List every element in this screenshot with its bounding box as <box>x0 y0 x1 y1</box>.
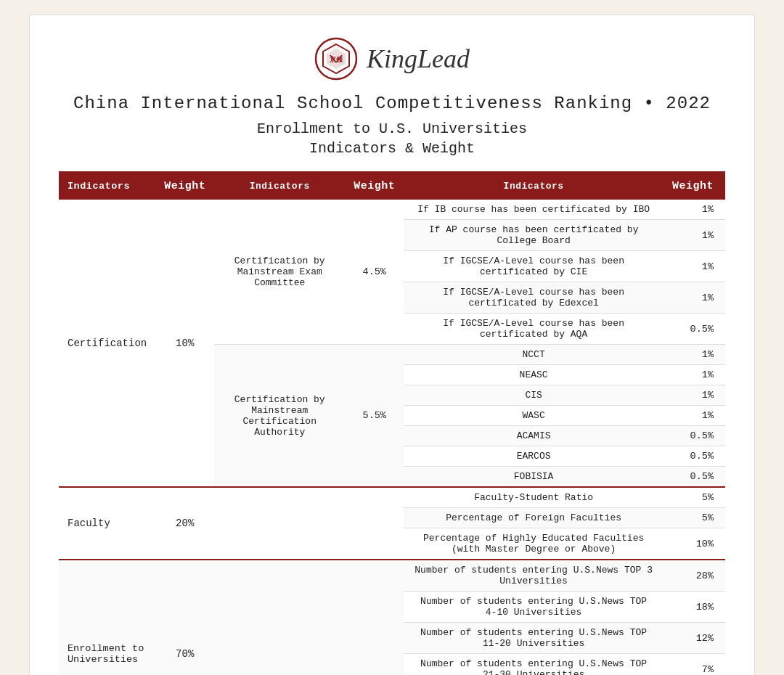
detail-weight-wasc: 1% <box>663 406 725 426</box>
detail-top3: Number of students entering U.S.News TOP… <box>404 560 663 592</box>
sub-weight-enrollment <box>345 560 404 675</box>
detail-igcse-aqa: If IGCSE/A-Level course has been certifi… <box>404 314 663 345</box>
main-weight-enrollment: 70% <box>155 560 214 675</box>
logo-area: 京领 KingLead <box>59 37 725 81</box>
header-indicators-3: Indicators <box>404 173 663 200</box>
detail-acamis: ACAMIS <box>404 426 663 446</box>
detail-weight-top3: 28% <box>663 560 725 592</box>
sub-indicator-cert-authority: Certification by Mainstream Certificatio… <box>214 345 345 488</box>
sub-indicator-faculty <box>214 487 345 560</box>
detail-weight-ncct: 1% <box>663 345 725 365</box>
main-indicator-faculty: Faculty <box>59 487 155 560</box>
detail-weight-fobisia: 0.5% <box>663 467 725 488</box>
detail-weight-top21-30: 7% <box>663 654 725 676</box>
detail-weight-cis: 1% <box>663 385 725 406</box>
table-row: Enrollment to Universities 70% Number of… <box>59 560 725 592</box>
detail-ncct: NCCT <box>404 345 663 365</box>
detail-ib: If IB course has been certificated by IB… <box>404 200 663 220</box>
sub-weight-faculty <box>345 487 404 560</box>
header-indicators-2: Indicators <box>214 173 345 200</box>
table-body: Certification 10% Certification by Mains… <box>59 200 725 675</box>
detail-weight-neasc: 1% <box>663 365 725 385</box>
detail-weight-top4-10: 18% <box>663 592 725 623</box>
detail-faculty-ratio: Faculty-Student Ratio <box>404 487 663 508</box>
sub-indicator-enrollment <box>214 560 345 675</box>
table-row: Faculty 20% Faculty-Student Ratio 5% <box>59 487 725 508</box>
detail-weight-ib: 1% <box>663 200 725 220</box>
header-weight-1: Weight <box>155 173 214 200</box>
sub-title-2: Indicators & Weight <box>59 140 725 157</box>
header-indicators-1: Indicators <box>59 173 155 200</box>
detail-cis: CIS <box>404 385 663 406</box>
detail-igcse-cie: If IGCSE/A-Level course has been certifi… <box>404 251 663 282</box>
logo-text: KingLead <box>367 44 470 74</box>
detail-neasc: NEASC <box>404 365 663 385</box>
detail-educated-faculty: Percentage of Highly Educated Faculties … <box>404 528 663 560</box>
detail-earcos: EARCOS <box>404 446 663 467</box>
kinglead-logo-icon: 京领 <box>314 37 358 81</box>
detail-weight-igcse-edexcel: 1% <box>663 282 725 314</box>
detail-weight-top11-20: 12% <box>663 623 725 654</box>
detail-weight-igcse-cie: 1% <box>663 251 725 282</box>
main-weight-faculty: 20% <box>155 487 214 560</box>
page-container: 京领 KingLead China International School C… <box>29 15 755 675</box>
sub-title-1: Enrollment to U.S. Universities <box>59 120 725 137</box>
detail-top11-20: Number of students entering U.S.News TOP… <box>404 623 663 654</box>
detail-fobisia: FOBISIA <box>404 467 663 488</box>
main-weight-certification: 10% <box>155 200 214 487</box>
detail-weight-educated-faculty: 10% <box>663 528 725 560</box>
sub-weight-exam-committee: 4.5% <box>345 200 404 345</box>
main-indicator-enrollment: Enrollment to Universities <box>59 560 155 675</box>
detail-igcse-edexcel: If IGCSE/A-Level course has been certifi… <box>404 282 663 314</box>
sub-weight-cert-authority: 5.5% <box>345 345 404 488</box>
header-weight-2: Weight <box>345 173 404 200</box>
detail-weight-foreign-faculty: 5% <box>663 508 725 528</box>
table-header-row: Indicators Weight Indicators Weight Indi… <box>59 173 725 200</box>
header-weight-3: Weight <box>663 173 725 200</box>
table-row: Certification 10% Certification by Mains… <box>59 200 725 220</box>
detail-weight-acamis: 0.5% <box>663 426 725 446</box>
main-indicator-certification: Certification <box>59 200 155 487</box>
sub-indicator-exam-committee: Certification by Mainstream Exam Committ… <box>214 200 345 345</box>
detail-top4-10: Number of students entering U.S.News TOP… <box>404 592 663 623</box>
detail-wasc: WASC <box>404 406 663 426</box>
detail-weight-faculty-ratio: 5% <box>663 487 725 508</box>
detail-weight-igcse-aqa: 0.5% <box>663 314 725 345</box>
detail-foreign-faculty: Percentage of Foreign Faculties <box>404 508 663 528</box>
detail-weight-ap: 1% <box>663 220 725 251</box>
detail-ap: If AP course has been certificated by Co… <box>404 220 663 251</box>
main-title: China International School Competitivene… <box>59 94 725 113</box>
detail-top21-30: Number of students entering U.S.News TOP… <box>404 654 663 676</box>
detail-weight-earcos: 0.5% <box>663 446 725 467</box>
indicators-table: Indicators Weight Indicators Weight Indi… <box>59 173 725 675</box>
